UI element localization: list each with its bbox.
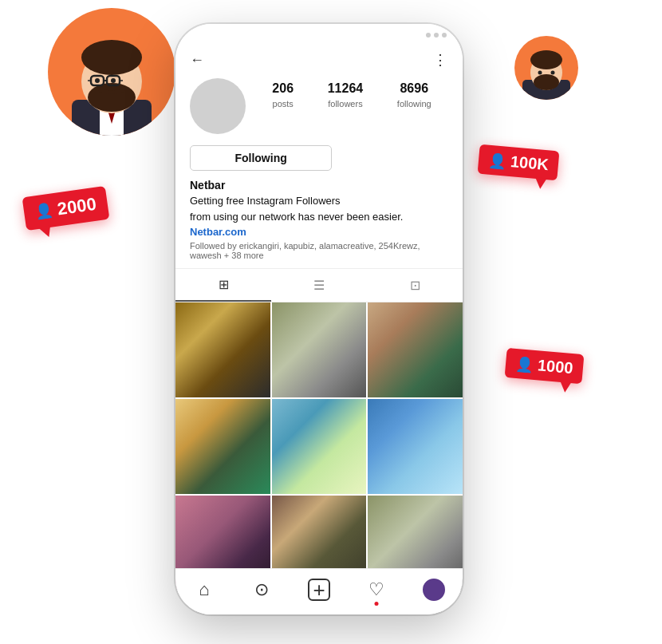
- bio-section: Netbar Getting free Instagram Followers …: [175, 177, 463, 268]
- posts-count: 206: [272, 81, 294, 96]
- add-icon: +: [308, 579, 330, 601]
- more-button[interactable]: ⋮: [433, 51, 448, 69]
- grid-photo-3[interactable]: [368, 302, 463, 397]
- tab-list[interactable]: ☰: [271, 269, 367, 302]
- following-label: following: [397, 99, 431, 109]
- svg-point-16: [534, 74, 559, 90]
- badge-1000: 👤 1000: [506, 351, 583, 381]
- grid-photo-4[interactable]: [175, 399, 270, 494]
- nav-home[interactable]: ⌂: [187, 572, 222, 607]
- stats-numbers: 206 posts 11264 followers 8696 following: [255, 78, 448, 110]
- nav-add[interactable]: +: [301, 572, 337, 607]
- profile-header: ← ⋮: [175, 46, 463, 75]
- stat-followers: 11264 followers: [328, 81, 364, 110]
- following-button[interactable]: Following: [190, 145, 332, 171]
- nav-dot: [375, 602, 379, 606]
- person-icon-1000: 👤: [514, 354, 534, 373]
- status-dot-1: [426, 33, 431, 38]
- badge-1000-count: 1000: [537, 356, 573, 377]
- posts-label: posts: [273, 99, 294, 109]
- tab-grid[interactable]: ⊞: [175, 269, 271, 302]
- bio-name: Netbar: [190, 179, 448, 192]
- grid-photo-1[interactable]: [175, 302, 270, 397]
- nav-search[interactable]: ⊙: [244, 572, 279, 607]
- person-icon-2000: 👤: [34, 201, 54, 221]
- nav-heart[interactable]: ♡: [359, 572, 394, 607]
- bottom-nav: ⌂ ⊙ + ♡: [175, 568, 463, 614]
- list-icon: ☰: [313, 278, 325, 293]
- badge-100k: 👤 100K: [479, 148, 558, 177]
- svg-point-11: [95, 78, 100, 83]
- followers-label: followers: [328, 99, 362, 109]
- svg-point-17: [538, 71, 542, 75]
- svg-point-15: [530, 50, 562, 69]
- nav-avatar: [423, 579, 445, 601]
- bio-link[interactable]: Netbar.com: [190, 226, 448, 238]
- tab-tagged[interactable]: ⊡: [367, 269, 463, 302]
- nav-profile[interactable]: [416, 572, 451, 607]
- home-icon: ⌂: [199, 579, 209, 600]
- stat-posts: 206 posts: [272, 81, 294, 110]
- status-dots: [426, 33, 447, 38]
- status-dot-2: [434, 33, 439, 38]
- grid-photo-6[interactable]: [368, 399, 463, 494]
- bio-followed: Followed by erickangiri, kapubiz, alamac…: [190, 241, 448, 260]
- grid-photo-5[interactable]: [272, 399, 367, 494]
- avatar-decoration-left: [48, 8, 175, 136]
- following-btn-wrap: Following: [175, 142, 463, 177]
- avatar-decoration-right: [514, 36, 578, 100]
- svg-point-12: [111, 78, 116, 83]
- svg-point-4: [81, 40, 142, 75]
- grid-icon: ⊞: [219, 277, 229, 292]
- badge-2000-count: 2000: [56, 194, 97, 220]
- svg-point-18: [551, 71, 555, 75]
- back-button[interactable]: ←: [190, 52, 204, 69]
- heart-nav-icon: ♡: [368, 579, 384, 600]
- phone-frame: ← ⋮ 206 posts 11264 followers 8696: [175, 24, 463, 614]
- view-tabs: ⊞ ☰ ⊡: [175, 268, 463, 302]
- badge-100k-count: 100K: [510, 152, 550, 174]
- bio-line-2: from using our network has never been ea…: [190, 210, 448, 224]
- followers-count: 11264: [328, 81, 364, 96]
- person-icon-100k: 👤: [487, 151, 506, 170]
- badge-2000: 👤 2000: [24, 192, 108, 225]
- grid-photo-2[interactable]: [272, 302, 367, 397]
- status-dot-3: [442, 33, 447, 38]
- stats-row: 206 posts 11264 followers 8696 following: [175, 75, 463, 142]
- following-count: 8696: [397, 81, 431, 96]
- person-tag-icon: ⊡: [410, 278, 420, 293]
- status-bar: [175, 24, 463, 46]
- profile-picture: [190, 78, 246, 134]
- svg-point-5: [88, 83, 136, 112]
- search-icon: ⊙: [254, 579, 269, 600]
- scene: 👤 2000 👤 100K 👤 1000: [0, 0, 662, 644]
- stat-following: 8696 following: [397, 81, 431, 110]
- bio-line-1: Getting free Instagram Followers: [190, 194, 448, 208]
- photo-grid: ♥ 33 👤 12: [175, 302, 463, 590]
